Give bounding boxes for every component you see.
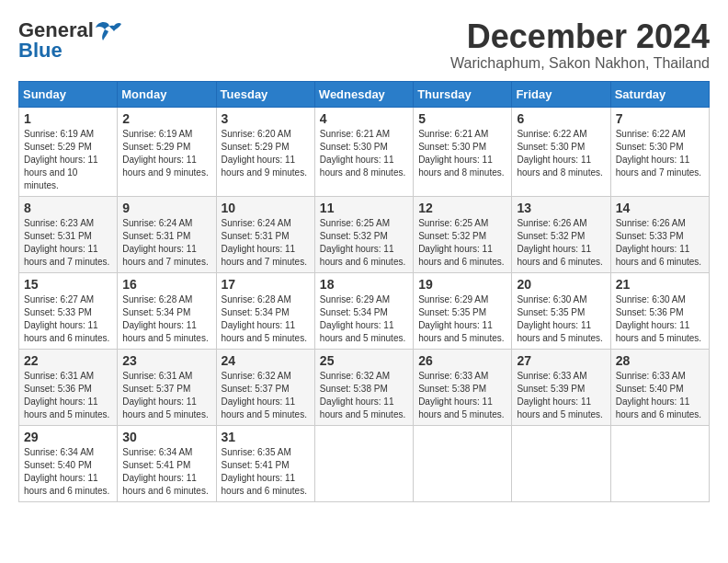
day-info: Sunrise: 6:26 AM Sunset: 5:32 PM Dayligh…: [517, 217, 605, 269]
sunrise-label: Sunrise: 6:27 AM: [24, 294, 94, 304]
day-info: Sunrise: 6:31 AM Sunset: 5:37 PM Dayligh…: [122, 370, 210, 421]
sunrise-label: Sunrise: 6:23 AM: [24, 218, 94, 228]
sunset-label: Sunset: 5:30 PM: [616, 142, 684, 152]
table-row: 11 Sunrise: 6:25 AM Sunset: 5:32 PM Dayl…: [314, 196, 413, 272]
day-info: Sunrise: 6:33 AM Sunset: 5:38 PM Dayligh…: [418, 370, 506, 421]
day-info: Sunrise: 6:26 AM Sunset: 5:33 PM Dayligh…: [616, 217, 704, 269]
daylight-label: Daylight hours: 11 hours and 7 minutes.: [24, 244, 109, 267]
daylight-label: Daylight hours: 11 hours and 5 minutes.: [418, 396, 504, 419]
day-info: Sunrise: 6:19 AM Sunset: 5:29 PM Dayligh…: [122, 128, 210, 179]
day-number: 23: [122, 353, 210, 368]
day-number: 18: [320, 277, 408, 292]
sunset-label: Sunset: 5:31 PM: [222, 231, 290, 241]
day-number: 1: [24, 111, 112, 126]
sunset-label: Sunset: 5:29 PM: [24, 142, 92, 152]
day-info: Sunrise: 6:32 AM Sunset: 5:38 PM Dayligh…: [320, 370, 408, 421]
daylight-label: Daylight hours: 11 hours and 5 minutes.: [320, 320, 405, 343]
table-row: 17 Sunrise: 6:28 AM Sunset: 5:34 PM Dayl…: [216, 272, 314, 349]
day-info: Sunrise: 6:24 AM Sunset: 5:31 PM Dayligh…: [222, 217, 310, 269]
table-row: 5 Sunrise: 6:21 AM Sunset: 5:30 PM Dayli…: [414, 107, 512, 196]
daylight-label: Daylight hours: 11 hours and 6 minutes.: [24, 320, 109, 343]
sunset-label: Sunset: 5:40 PM: [616, 384, 684, 394]
table-row: [414, 425, 512, 501]
day-number: 8: [24, 201, 112, 215]
table-row: 25 Sunrise: 6:32 AM Sunset: 5:38 PM Dayl…: [314, 349, 413, 425]
sunset-label: Sunset: 5:34 PM: [320, 307, 388, 317]
sunset-label: Sunset: 5:35 PM: [418, 307, 486, 317]
sunset-label: Sunset: 5:40 PM: [24, 460, 92, 470]
table-row: 22 Sunrise: 6:31 AM Sunset: 5:36 PM Dayl…: [19, 349, 118, 425]
day-number: 2: [122, 111, 210, 126]
calendar-week-row: 1 Sunrise: 6:19 AM Sunset: 5:29 PM Dayli…: [19, 107, 710, 196]
daylight-label: Daylight hours: 11 hours and 8 minutes.: [517, 155, 602, 178]
calendar-table: Sunday Monday Tuesday Wednesday Thursday…: [18, 81, 710, 502]
sunset-label: Sunset: 5:32 PM: [418, 231, 486, 241]
daylight-label: Daylight hours: 11 hours and 6 minutes.: [24, 473, 109, 496]
daylight-label: Daylight hours: 11 hours and 7 minutes.: [122, 244, 208, 267]
day-info: Sunrise: 6:28 AM Sunset: 5:34 PM Dayligh…: [222, 293, 310, 345]
title-section: December 2024 Warichaphum, Sakon Nakhon,…: [450, 18, 710, 72]
table-row: 10 Sunrise: 6:24 AM Sunset: 5:31 PM Dayl…: [216, 196, 314, 272]
sunrise-label: Sunrise: 6:21 AM: [320, 129, 390, 139]
day-number: 27: [517, 353, 605, 368]
table-row: [610, 425, 709, 501]
day-info: Sunrise: 6:28 AM Sunset: 5:34 PM Dayligh…: [122, 293, 210, 345]
sunset-label: Sunset: 5:37 PM: [222, 384, 290, 394]
sunset-label: Sunset: 5:31 PM: [24, 231, 92, 241]
logo-blue-text: Blue: [18, 39, 63, 63]
day-number: 9: [122, 201, 210, 215]
daylight-label: Daylight hours: 11 hours and 9 minutes.: [122, 155, 208, 178]
table-row: 1 Sunrise: 6:19 AM Sunset: 5:29 PM Dayli…: [19, 107, 118, 196]
table-row: 28 Sunrise: 6:33 AM Sunset: 5:40 PM Dayl…: [610, 349, 709, 425]
header-tuesday: Tuesday: [216, 81, 314, 107]
daylight-label: Daylight hours: 11 hours and 6 minutes.: [517, 244, 602, 267]
table-row: 27 Sunrise: 6:33 AM Sunset: 5:39 PM Dayl…: [512, 349, 610, 425]
daylight-label: Daylight hours: 11 hours and 6 minutes.: [616, 244, 701, 267]
day-info: Sunrise: 6:31 AM Sunset: 5:36 PM Dayligh…: [24, 370, 112, 421]
sunset-label: Sunset: 5:30 PM: [418, 142, 486, 152]
table-row: 21 Sunrise: 6:30 AM Sunset: 5:36 PM Dayl…: [610, 272, 709, 349]
sunrise-label: Sunrise: 6:30 AM: [517, 294, 586, 304]
header-wednesday: Wednesday: [314, 81, 413, 107]
daylight-label: Daylight hours: 11 hours and 5 minutes.: [222, 320, 307, 343]
day-info: Sunrise: 6:30 AM Sunset: 5:36 PM Dayligh…: [616, 293, 704, 345]
sunrise-label: Sunrise: 6:25 AM: [418, 218, 488, 228]
logo: General Blue: [18, 18, 121, 63]
sunset-label: Sunset: 5:32 PM: [320, 231, 388, 241]
day-number: 24: [222, 353, 310, 368]
day-info: Sunrise: 6:25 AM Sunset: 5:32 PM Dayligh…: [418, 217, 506, 269]
logo-bird-icon: [96, 20, 121, 40]
day-info: Sunrise: 6:23 AM Sunset: 5:31 PM Dayligh…: [24, 217, 112, 269]
sunrise-label: Sunrise: 6:22 AM: [616, 129, 686, 139]
day-number: 25: [320, 353, 408, 368]
sunrise-label: Sunrise: 6:32 AM: [320, 371, 390, 381]
sunrise-label: Sunrise: 6:20 AM: [222, 129, 291, 139]
sunset-label: Sunset: 5:29 PM: [222, 142, 290, 152]
table-row: [314, 425, 413, 501]
day-number: 19: [418, 277, 506, 292]
header-sunday: Sunday: [19, 81, 118, 107]
sunset-label: Sunset: 5:33 PM: [616, 231, 684, 241]
weekday-header-row: Sunday Monday Tuesday Wednesday Thursday…: [19, 81, 710, 107]
sunrise-label: Sunrise: 6:24 AM: [222, 218, 291, 228]
sunrise-label: Sunrise: 6:31 AM: [122, 371, 192, 381]
table-row: 16 Sunrise: 6:28 AM Sunset: 5:34 PM Dayl…: [118, 272, 216, 349]
day-info: Sunrise: 6:33 AM Sunset: 5:40 PM Dayligh…: [616, 370, 704, 421]
sunset-label: Sunset: 5:38 PM: [418, 384, 486, 394]
sunrise-label: Sunrise: 6:24 AM: [122, 218, 192, 228]
sunset-label: Sunset: 5:34 PM: [122, 307, 190, 317]
sunrise-label: Sunrise: 6:33 AM: [418, 371, 488, 381]
table-row: 2 Sunrise: 6:19 AM Sunset: 5:29 PM Dayli…: [118, 107, 216, 196]
sunrise-label: Sunrise: 6:26 AM: [616, 218, 686, 228]
sunset-label: Sunset: 5:37 PM: [122, 384, 190, 394]
daylight-label: Daylight hours: 11 hours and 6 minutes.: [222, 473, 307, 496]
day-number: 30: [122, 430, 210, 444]
header: General Blue December 2024 Warichaphum, …: [18, 18, 710, 72]
day-number: 16: [122, 277, 210, 292]
sunset-label: Sunset: 5:34 PM: [222, 307, 290, 317]
day-number: 26: [418, 353, 506, 368]
day-number: 13: [517, 201, 605, 215]
sunrise-label: Sunrise: 6:19 AM: [122, 129, 192, 139]
daylight-label: Daylight hours: 11 hours and 5 minutes.: [320, 396, 405, 419]
day-number: 22: [24, 353, 112, 368]
